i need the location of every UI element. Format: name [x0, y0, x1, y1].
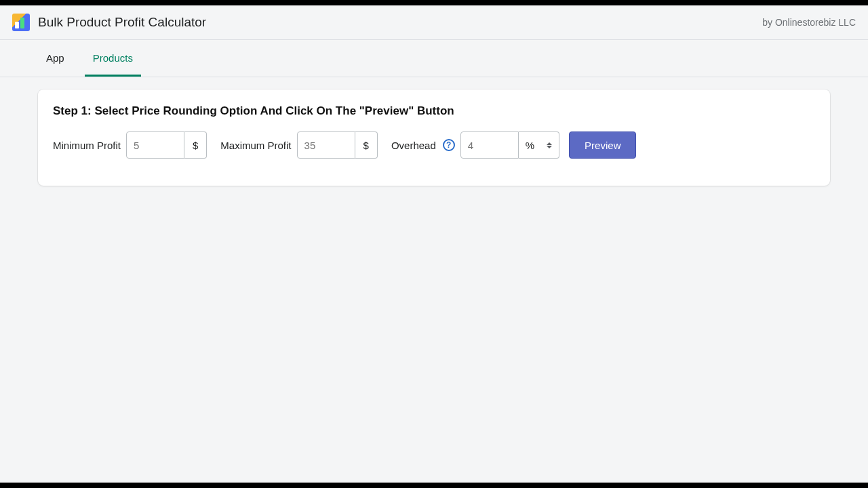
help-icon[interactable]: ?: [443, 139, 455, 151]
overhead-group: %: [460, 131, 559, 159]
min-profit-group: $: [126, 131, 207, 159]
max-profit-label: Maximum Profit: [220, 140, 291, 151]
overhead-unit-select[interactable]: %: [519, 131, 559, 159]
overhead-label: Overhead: [391, 140, 436, 151]
tab-products[interactable]: Products: [85, 40, 141, 77]
app-title: Bulk Product Profit Calculator: [38, 15, 206, 30]
min-profit-label: Minimum Profit: [53, 140, 121, 151]
max-profit-group: $: [297, 131, 378, 159]
app-byline: by Onlinestorebiz LLC: [762, 17, 856, 28]
content-area: Step 1: Select Price Rounding Option And…: [0, 77, 868, 198]
select-arrows-icon: [547, 142, 552, 148]
preview-button[interactable]: Preview: [569, 131, 636, 159]
tab-bar: App Products: [0, 40, 868, 77]
form-row: Minimum Profit $ Maximum Profit $ Overhe…: [53, 131, 815, 159]
min-profit-input[interactable]: [126, 131, 184, 159]
overhead-input[interactable]: [460, 131, 519, 159]
step-title: Step 1: Select Price Rounding Option And…: [53, 104, 815, 118]
max-profit-suffix: $: [355, 131, 378, 159]
tab-app[interactable]: App: [38, 40, 73, 77]
letterbox-top: [0, 0, 868, 5]
max-profit-input[interactable]: [297, 131, 355, 159]
overhead-unit-value: %: [526, 140, 534, 151]
app-header: Bulk Product Profit Calculator by Online…: [0, 5, 868, 40]
letterbox-bottom: [0, 483, 868, 488]
min-profit-suffix: $: [184, 131, 207, 159]
step-card: Step 1: Select Price Rounding Option And…: [38, 89, 830, 186]
app-logo-icon: [12, 14, 30, 31]
